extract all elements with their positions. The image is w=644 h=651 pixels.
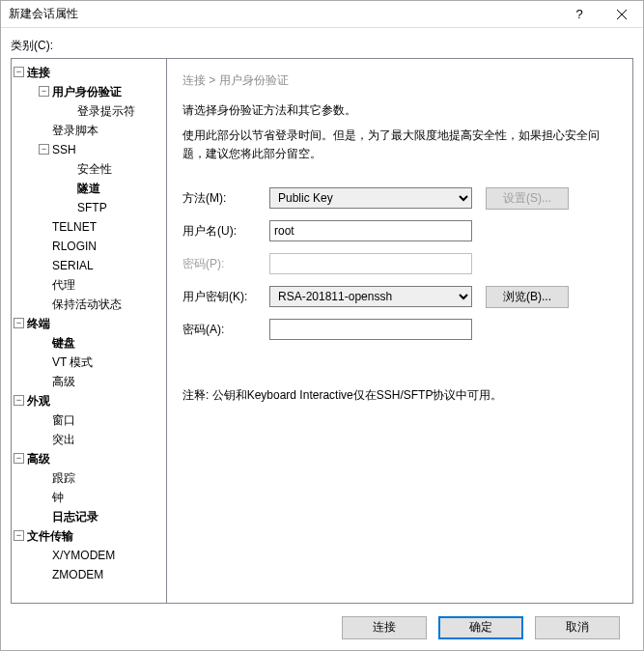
- row-userkey: 用户密钥(K): RSA-201811-openssh 浏览(B)...: [182, 285, 617, 308]
- row-method: 方法(M): Public Key 设置(S)...: [182, 186, 617, 210]
- collapse-icon[interactable]: −: [14, 318, 24, 328]
- breadcrumb-part: 用户身份验证: [219, 73, 289, 87]
- category-tree[interactable]: − 连接 − 用户身份验证 登录提示符 登录脚本: [11, 58, 167, 604]
- collapse-icon[interactable]: −: [14, 453, 24, 464]
- tree-node-filetransfer[interactable]: − 文件传输 X/YMODEM ZMODEM: [14, 526, 164, 584]
- tree-node-ssh[interactable]: − SSH 安全性 隧道 SFTP: [39, 140, 164, 217]
- tree-node-proxy[interactable]: 代理: [39, 275, 164, 295]
- breadcrumb-sep: >: [209, 73, 215, 87]
- tree-node-zmodem[interactable]: ZMODEM: [39, 565, 164, 584]
- tree-node-auth[interactable]: − 用户身份验证 登录提示符: [39, 82, 164, 121]
- help-button[interactable]: ?: [558, 1, 601, 28]
- dialog-body: 类别(C): − 连接 − 用户身份验证 登录提示符: [1, 28, 643, 650]
- setup-button[interactable]: 设置(S)...: [486, 187, 569, 210]
- browse-button[interactable]: 浏览(B)...: [486, 286, 569, 308]
- tree-node-keyboard[interactable]: 键盘: [39, 333, 164, 353]
- tree-node-connection[interactable]: − 连接 − 用户身份验证 登录提示符 登录脚本: [14, 63, 164, 314]
- tree-node-tunnel[interactable]: 隧道: [64, 179, 164, 198]
- row-username: 用户名(U):: [182, 219, 617, 242]
- collapse-icon[interactable]: −: [39, 144, 49, 155]
- passphrase-label: 密码(A):: [182, 322, 269, 338]
- cancel-button[interactable]: 取消: [535, 616, 620, 639]
- collapse-icon[interactable]: −: [39, 86, 49, 97]
- tree-node-vtmode[interactable]: VT 模式: [39, 353, 164, 372]
- tree-node-rlogin[interactable]: RLOGIN: [39, 237, 164, 256]
- tree-node-login-script[interactable]: 登录脚本: [39, 121, 164, 140]
- tree-node-highlight[interactable]: 突出: [39, 430, 164, 449]
- tree-node-login-prompt[interactable]: 登录提示符: [64, 101, 164, 121]
- footer: 连接 确定 取消: [11, 604, 633, 650]
- tree-node-xymodem[interactable]: X/YMODEM: [39, 546, 164, 565]
- tree-node-advanced[interactable]: − 高级 跟踪 钟 日志记录: [14, 449, 164, 526]
- tree-node-keepalive[interactable]: 保持活动状态: [39, 295, 164, 314]
- tree-node-appearance[interactable]: − 外观 窗口 突出: [14, 391, 164, 449]
- collapse-icon[interactable]: −: [14, 395, 24, 406]
- main-area: − 连接 − 用户身份验证 登录提示符 登录脚本: [11, 58, 633, 604]
- breadcrumb: 连接 > 用户身份验证: [182, 72, 617, 89]
- userkey-label: 用户密钥(K):: [182, 289, 269, 305]
- collapse-icon[interactable]: −: [14, 530, 24, 541]
- breadcrumb-part: 连接: [182, 73, 206, 87]
- tree-node-logging[interactable]: 日志记录: [39, 507, 164, 526]
- collapse-icon[interactable]: −: [14, 67, 24, 77]
- close-icon: [617, 10, 627, 19]
- tree-node-terminal[interactable]: − 终端 键盘 VT 模式 高级: [14, 314, 164, 391]
- password-input: [269, 253, 472, 274]
- tree-node-advanced-term[interactable]: 高级: [39, 372, 164, 391]
- tree-node-sftp[interactable]: SFTP: [64, 198, 164, 217]
- tree-node-window[interactable]: 窗口: [39, 410, 164, 430]
- row-password: 密码(P):: [182, 252, 617, 275]
- row-passphrase: 密码(A):: [182, 318, 617, 341]
- description-1: 请选择身份验证方法和其它参数。: [182, 102, 617, 119]
- close-button[interactable]: [601, 1, 643, 28]
- tree-node-trace[interactable]: 跟踪: [39, 468, 164, 488]
- titlebar: 新建会话属性 ?: [1, 1, 643, 28]
- username-input[interactable]: [269, 220, 472, 241]
- method-select[interactable]: Public Key: [269, 187, 472, 209]
- method-label: 方法(M):: [182, 190, 269, 207]
- dialog-window: 新建会话属性 ? 类别(C): − 连接 − 用户身份验证: [0, 0, 644, 651]
- username-label: 用户名(U):: [182, 223, 269, 240]
- tree-node-bell[interactable]: 钟: [39, 488, 164, 507]
- userkey-select[interactable]: RSA-201811-openssh: [269, 286, 472, 307]
- password-label: 密码(P):: [182, 256, 269, 272]
- tree-node-telnet[interactable]: TELNET: [39, 217, 164, 237]
- window-title: 新建会话属性: [9, 6, 558, 22]
- ok-button[interactable]: 确定: [438, 616, 523, 639]
- description-2: 使用此部分以节省登录时间。但是，为了最大限度地提高安全性，如果担心安全问题，建议…: [182, 127, 617, 163]
- tree-node-serial[interactable]: SERIAL: [39, 256, 164, 275]
- tree-node-security[interactable]: 安全性: [64, 159, 164, 179]
- note-text: 注释: 公钥和Keyboard Interactive仅在SSH/SFTP协议中…: [182, 387, 617, 404]
- passphrase-input[interactable]: [269, 319, 472, 340]
- connect-button[interactable]: 连接: [342, 616, 427, 639]
- category-label: 类别(C):: [11, 38, 633, 54]
- right-panel: 连接 > 用户身份验证 请选择身份验证方法和其它参数。 使用此部分以节省登录时间…: [167, 58, 633, 604]
